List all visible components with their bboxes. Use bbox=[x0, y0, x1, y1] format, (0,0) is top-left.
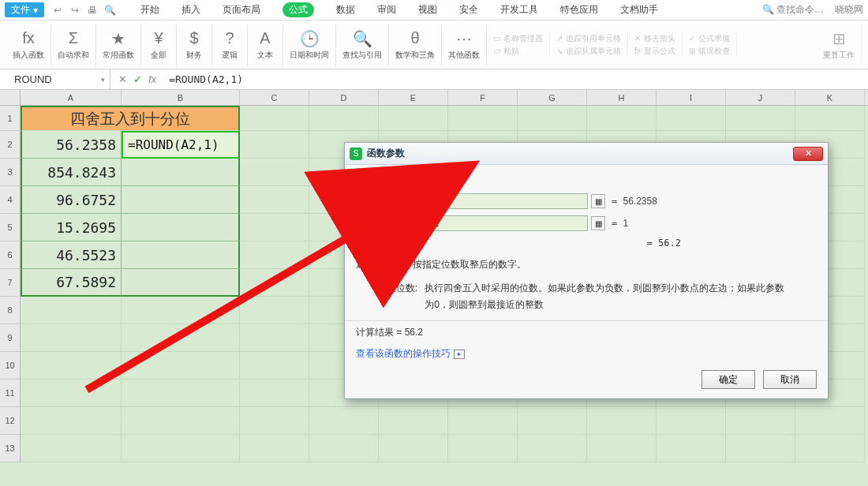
row-header[interactable]: 11 bbox=[0, 379, 21, 407]
row-header[interactable]: 3 bbox=[0, 159, 21, 186]
cell-b3[interactable] bbox=[122, 159, 240, 186]
cell[interactable] bbox=[122, 297, 240, 324]
cell[interactable] bbox=[309, 435, 379, 462]
dialog-titlebar[interactable]: S 函数参数 ✕ bbox=[345, 143, 828, 165]
cell[interactable] bbox=[240, 352, 309, 379]
col-header-k[interactable]: K bbox=[795, 90, 865, 105]
col-header-g[interactable]: G bbox=[518, 90, 587, 105]
tab-security[interactable]: 安全 bbox=[459, 3, 478, 17]
error-check-button[interactable]: ⊞错误检查 bbox=[689, 46, 730, 57]
cell[interactable] bbox=[240, 106, 309, 131]
cell[interactable] bbox=[21, 407, 122, 435]
cell[interactable] bbox=[657, 435, 726, 462]
cell[interactable] bbox=[587, 435, 657, 462]
row-header[interactable]: 9 bbox=[0, 324, 21, 352]
cell-b7[interactable] bbox=[122, 269, 240, 297]
row-header[interactable]: 6 bbox=[0, 241, 21, 269]
cell[interactable] bbox=[122, 324, 240, 352]
preview-icon[interactable]: 🔍 bbox=[104, 5, 115, 16]
col-header-f[interactable]: F bbox=[448, 90, 518, 105]
cell[interactable] bbox=[448, 435, 518, 462]
cell[interactable] bbox=[122, 352, 240, 379]
name-manager-button[interactable]: ▭名称管理器 bbox=[493, 33, 543, 44]
print-icon[interactable]: 🖶 bbox=[87, 5, 98, 16]
cell[interactable] bbox=[795, 407, 865, 435]
range-picker-icon[interactable]: ▦ bbox=[591, 216, 605, 230]
cell[interactable] bbox=[21, 352, 122, 379]
file-menu[interactable]: 文件 ▾ bbox=[5, 2, 44, 17]
text-button[interactable]: A文本 bbox=[248, 24, 283, 65]
tab-home[interactable]: 开始 bbox=[140, 3, 159, 17]
cell[interactable] bbox=[379, 435, 448, 462]
tab-doc-helper[interactable]: 文档助手 bbox=[620, 3, 658, 17]
search-box[interactable]: 🔍 查找命令… bbox=[762, 3, 824, 17]
paste-name-button[interactable]: ▭粘贴 bbox=[493, 46, 543, 57]
trace-dependents-button[interactable]: ↘追踪从属单元格 bbox=[556, 46, 621, 57]
cell-a7[interactable]: 67.5892 bbox=[21, 269, 122, 297]
tab-data[interactable]: 数据 bbox=[336, 3, 355, 17]
cell-b4[interactable] bbox=[122, 186, 240, 214]
cell[interactable] bbox=[240, 324, 309, 352]
cell[interactable] bbox=[448, 106, 518, 131]
insert-function-button[interactable]: fx插入函数 bbox=[6, 24, 51, 65]
cell[interactable] bbox=[309, 407, 379, 435]
confirm-formula-icon[interactable]: ✓ bbox=[133, 73, 142, 85]
tab-insert[interactable]: 插入 bbox=[181, 3, 200, 17]
name-box[interactable]: ROUND bbox=[0, 69, 110, 89]
cell[interactable] bbox=[21, 435, 122, 462]
cell[interactable] bbox=[240, 269, 309, 297]
math-trig-button[interactable]: θ数学和三角 bbox=[389, 24, 442, 65]
lookup-button[interactable]: 🔍查找与引用 bbox=[336, 24, 389, 65]
recent-functions-button[interactable]: ★常用函数 bbox=[96, 24, 141, 65]
cell[interactable] bbox=[726, 106, 795, 131]
cell[interactable] bbox=[309, 106, 379, 131]
cell[interactable] bbox=[657, 106, 726, 131]
tab-view[interactable]: 视图 bbox=[418, 3, 437, 17]
select-all-corner[interactable] bbox=[0, 90, 21, 105]
cell[interactable] bbox=[122, 379, 240, 407]
show-formulas-button[interactable]: fx显示公式 bbox=[634, 46, 675, 57]
row-header[interactable]: 1 bbox=[0, 106, 21, 131]
tab-developer[interactable]: 开发工具 bbox=[500, 3, 538, 17]
cell-a3[interactable]: 854.8243 bbox=[21, 159, 122, 186]
row-header[interactable]: 4 bbox=[0, 186, 21, 214]
trace-precedents-button[interactable]: ↗追踪引用单元格 bbox=[556, 33, 621, 44]
cell[interactable] bbox=[240, 435, 309, 462]
cell-b6[interactable] bbox=[122, 241, 240, 269]
col-header-i[interactable]: I bbox=[657, 90, 726, 105]
cell[interactable] bbox=[21, 297, 122, 324]
cell[interactable] bbox=[240, 214, 309, 241]
row-header[interactable]: 13 bbox=[0, 435, 21, 462]
cell[interactable] bbox=[21, 379, 122, 407]
cell[interactable] bbox=[795, 435, 865, 462]
cell[interactable] bbox=[21, 324, 122, 352]
cell[interactable] bbox=[240, 407, 309, 435]
all-functions-button[interactable]: ¥全部 bbox=[141, 24, 177, 65]
tab-page-layout[interactable]: 页面布局 bbox=[223, 3, 260, 17]
evaluate-formula-button[interactable]: ✓公式求值 bbox=[689, 33, 730, 44]
cell-a2[interactable]: 56.2358 bbox=[21, 131, 122, 159]
cell[interactable] bbox=[518, 106, 587, 131]
cell[interactable] bbox=[240, 379, 309, 407]
col-header-a[interactable]: A bbox=[21, 90, 122, 105]
cell[interactable] bbox=[379, 106, 448, 131]
cell[interactable] bbox=[726, 407, 795, 435]
cell[interactable] bbox=[518, 435, 587, 462]
more-functions-button[interactable]: ⋯其他函数 bbox=[442, 24, 487, 65]
row-header[interactable]: 2 bbox=[0, 131, 21, 159]
cell[interactable] bbox=[795, 106, 865, 131]
cell-a5[interactable]: 15.2695 bbox=[21, 214, 122, 241]
cell[interactable] bbox=[240, 241, 309, 269]
worksheet[interactable]: A B C D E F G H I J K 1 四舍五入到十分位 2 56.23… bbox=[0, 90, 868, 486]
cell-b5[interactable] bbox=[122, 214, 240, 241]
col-header-j[interactable]: J bbox=[726, 90, 795, 105]
fx-icon[interactable]: fx bbox=[148, 73, 156, 85]
cell[interactable] bbox=[657, 407, 726, 435]
cell[interactable] bbox=[240, 131, 309, 159]
table-title-cell[interactable]: 四舍五入到十分位 bbox=[21, 106, 240, 131]
col-header-e[interactable]: E bbox=[379, 90, 448, 105]
close-button[interactable]: ✕ bbox=[793, 147, 823, 161]
row-header[interactable]: 12 bbox=[0, 407, 21, 435]
cell-a6[interactable]: 46.5523 bbox=[21, 241, 122, 269]
cell[interactable] bbox=[240, 186, 309, 214]
